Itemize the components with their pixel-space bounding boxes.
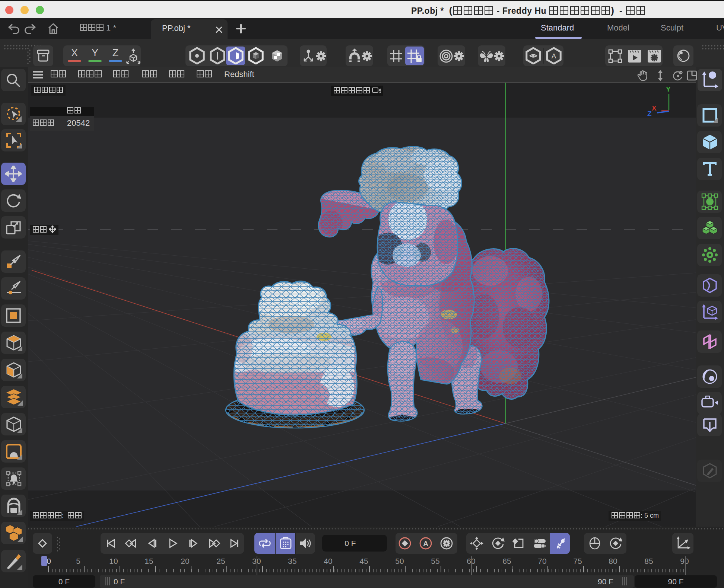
svg-text:A: A	[423, 540, 428, 547]
svg-text:Y: Y	[666, 85, 671, 93]
svg-text:Z: Z	[647, 110, 652, 118]
svg-text:A: A	[552, 52, 556, 60]
svg-text:X: X	[652, 104, 657, 112]
